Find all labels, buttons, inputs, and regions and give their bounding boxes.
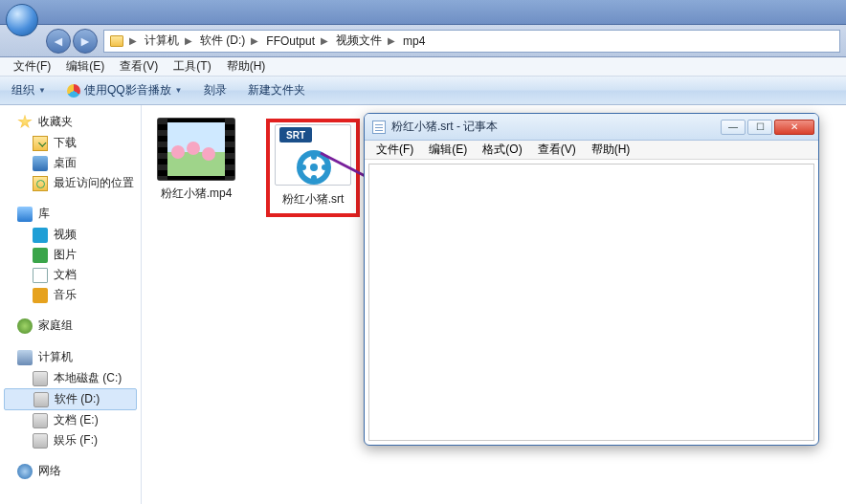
video-icon [33,228,48,243]
toolbar-qqplay[interactable]: 使用QQ影音播放 ▼ [61,79,189,101]
chevron-right-icon: ▶ [183,35,194,46]
explorer-toolbar: 组织 ▼ 使用QQ影音播放 ▼ 刻录 新建文件夹 [0,77,846,105]
sidebar-item-label: 视频 [54,227,77,243]
sidebar-item-documents[interactable]: 文档 [0,265,141,285]
sidebar-libraries[interactable]: 库 [0,203,141,225]
sidebar-item-desktop[interactable]: 桌面 [0,153,141,173]
desktop-icon [33,156,48,171]
srt-badge: SRT [279,127,312,142]
sidebar-libraries-group: 库 视频 图片 文档 音乐 [0,203,141,305]
sidebar-item-label: 音乐 [54,287,77,303]
notepad-menu-view[interactable]: 查看(V) [530,140,584,160]
sidebar-item-pictures[interactable]: 图片 [0,245,141,265]
chevron-down-icon: ▼ [175,86,183,95]
menu-file[interactable]: 文件(F) [6,56,58,77]
sidebar-item-recent[interactable]: 最近访问的位置 [0,173,141,193]
sidebar-item-label: 桌面 [54,155,77,171]
notepad-menu-format[interactable]: 格式(O) [475,140,529,160]
file-item-srt[interactable]: SRT 粉红小猪.srt [272,124,354,208]
address-row: ◄ ► ▶ 计算机 ▶ 软件 (D:) ▶ FFOutput ▶ 视频文件 ▶ … [0,25,846,57]
network-icon [17,464,33,479]
file-name-label: 粉红小猪.mp4 [155,186,237,202]
sidebar-homegroup[interactable]: 家庭组 [0,315,141,337]
chevron-right-icon: ▶ [386,35,397,46]
breadcrumb-item[interactable]: mp4 [397,31,429,52]
notepad-window[interactable]: 粉红小猪.srt - 记事本 — ☐ ✕ 文件(F) 编辑(E) 格式(O) 查… [364,113,819,446]
file-item-video[interactable]: 粉红小猪.mp4 [155,119,237,217]
sidebar-item-downloads[interactable]: 下载 [0,133,141,153]
chevron-right-icon: ▶ [319,35,330,46]
sidebar-computer[interactable]: 计算机 [0,346,141,368]
sidebar-item-label: 软件 (D:) [55,391,100,407]
computer-icon [17,350,33,365]
sidebar-item-label: 家庭组 [38,318,73,334]
sidebar-computer-group: 计算机 本地磁盘 (C:) 软件 (D:) 文档 (E:) 娱乐 (F:) [0,346,141,450]
menu-help[interactable]: 帮助(H) [219,56,274,77]
sidebar-item-music[interactable]: 音乐 [0,285,141,305]
sidebar-item-label: 本地磁盘 (C:) [54,370,122,386]
close-button[interactable]: ✕ [774,120,814,135]
notepad-title-text: 粉红小猪.srt - 记事本 [391,119,498,135]
nav-forward-button[interactable]: ► [73,29,98,54]
notepad-titlebar[interactable]: 粉红小猪.srt - 记事本 — ☐ ✕ [365,114,818,141]
sidebar-item-label: 下载 [54,135,77,151]
minimize-button[interactable]: — [721,120,746,135]
chevron-down-icon: ▼ [38,86,46,95]
drive-icon [33,433,48,449]
homegroup-icon [17,318,33,334]
notepad-menu-edit[interactable]: 编辑(E) [421,140,475,160]
sidebar-favorites-group: 收藏夹 下载 桌面 最近访问的位置 [0,111,141,193]
folder-icon [110,35,123,47]
toolbar-organize[interactable]: 组织 ▼ [6,79,52,101]
sidebar-homegroup-group: 家庭组 [0,315,141,337]
sidebar-item-label: 收藏夹 [38,114,73,130]
navigation-sidebar: 收藏夹 下载 桌面 最近访问的位置 库 视频 [0,105,142,504]
document-icon [33,268,48,283]
sidebar-favorites[interactable]: 收藏夹 [0,111,141,133]
sidebar-drive-f[interactable]: 娱乐 (F:) [0,430,141,450]
notepad-text-area[interactable] [368,164,814,441]
menu-tools[interactable]: 工具(T) [166,56,218,77]
breadcrumb[interactable]: ▶ 计算机 ▶ 软件 (D:) ▶ FFOutput ▶ 视频文件 ▶ mp4 [103,30,840,53]
back-orb-icon[interactable] [6,4,38,36]
menu-view[interactable]: 查看(V) [112,56,166,77]
sidebar-item-label: 计算机 [38,349,73,365]
sidebar-drive-e[interactable]: 文档 (E:) [0,410,141,430]
picture-icon [33,248,48,263]
video-thumbnail-icon [158,119,234,180]
sidebar-item-label: 网络 [38,463,61,479]
toolbar-qqplay-label: 使用QQ影音播放 [84,82,171,99]
notepad-icon [372,121,386,134]
file-name-label: 粉红小猪.srt [272,191,354,208]
breadcrumb-item[interactable]: FFOutput [260,31,319,52]
breadcrumb-item[interactable]: 软件 (D:) [194,31,249,52]
maximize-button[interactable]: ☐ [747,120,772,135]
sidebar-item-label: 图片 [54,247,77,263]
explorer-menubar: 文件(F) 编辑(E) 查看(V) 工具(T) 帮助(H) [0,57,846,77]
chevron-right-icon: ▶ [127,35,139,46]
srt-file-icon: SRT [275,124,351,186]
drive-icon [33,413,48,428]
drive-icon [33,392,49,407]
sidebar-drive-c[interactable]: 本地磁盘 (C:) [0,368,141,388]
sidebar-item-label: 库 [38,206,50,222]
breadcrumb-item[interactable]: 视频文件 [330,31,386,52]
window-titlebar [0,0,846,25]
toolbar-burn[interactable]: 刻录 [198,79,233,101]
sidebar-item-label: 娱乐 (F:) [54,432,98,449]
music-icon [33,288,48,303]
drive-icon [33,371,48,386]
sidebar-drive-d[interactable]: 软件 (D:) [4,388,137,410]
menu-edit[interactable]: 编辑(E) [58,56,112,77]
sidebar-network-group: 网络 [0,460,141,482]
toolbar-new-folder[interactable]: 新建文件夹 [242,79,311,101]
sidebar-network[interactable]: 网络 [0,460,141,482]
sidebar-item-label: 文档 [54,267,77,283]
chevron-right-icon: ▶ [249,35,260,46]
nav-back-button[interactable]: ◄ [46,29,71,54]
notepad-menu-file[interactable]: 文件(F) [368,140,421,160]
sidebar-item-videos[interactable]: 视频 [0,225,141,245]
breadcrumb-item[interactable]: 计算机 [139,31,183,52]
notepad-menu-help[interactable]: 帮助(H) [584,140,638,160]
sidebar-item-label: 文档 (E:) [54,412,99,428]
